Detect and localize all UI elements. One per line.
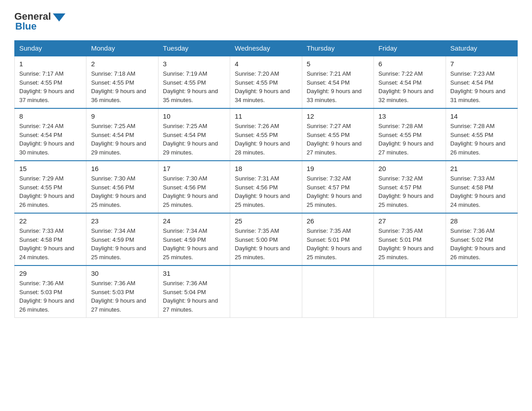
day-number: 27	[378, 217, 441, 225]
calendar-cell: 27Sunrise: 7:35 AMSunset: 5:01 PMDayligh…	[374, 213, 446, 265]
day-number: 14	[450, 112, 513, 120]
day-number: 9	[91, 112, 153, 120]
day-info: Sunrise: 7:28 AMSunset: 4:55 PMDaylight:…	[378, 122, 441, 157]
calendar-cell: 1Sunrise: 7:17 AMSunset: 4:55 PMDaylight…	[15, 56, 86, 108]
calendar-cell: 21Sunrise: 7:33 AMSunset: 4:58 PMDayligh…	[446, 161, 517, 213]
day-info: Sunrise: 7:34 AMSunset: 4:59 PMDaylight:…	[163, 227, 225, 261]
calendar-cell	[446, 265, 517, 318]
day-number: 15	[19, 165, 82, 172]
day-info: Sunrise: 7:25 AMSunset: 4:54 PMDaylight:…	[163, 122, 225, 157]
day-number: 19	[307, 165, 369, 172]
calendar-cell: 5Sunrise: 7:21 AMSunset: 4:54 PMDaylight…	[302, 56, 373, 108]
calendar-cell: 10Sunrise: 7:25 AMSunset: 4:54 PMDayligh…	[158, 108, 230, 161]
day-info: Sunrise: 7:21 AMSunset: 4:54 PMDaylight:…	[307, 69, 369, 104]
calendar-cell: 2Sunrise: 7:18 AMSunset: 4:55 PMDaylight…	[86, 56, 158, 108]
day-number: 3	[163, 60, 225, 68]
calendar-header-wednesday: Wednesday	[230, 41, 302, 56]
day-info: Sunrise: 7:30 AMSunset: 4:56 PMDaylight:…	[163, 174, 225, 209]
day-info: Sunrise: 7:22 AMSunset: 4:54 PMDaylight:…	[378, 69, 441, 104]
day-info: Sunrise: 7:25 AMSunset: 4:54 PMDaylight:…	[91, 122, 153, 157]
calendar-cell: 3Sunrise: 7:19 AMSunset: 4:55 PMDaylight…	[158, 56, 230, 108]
calendar-cell: 20Sunrise: 7:32 AMSunset: 4:57 PMDayligh…	[374, 161, 446, 213]
calendar-cell: 8Sunrise: 7:24 AMSunset: 4:54 PMDaylight…	[15, 108, 86, 161]
logo-blue-text: Blue	[15, 21, 37, 32]
calendar-header-friday: Friday	[374, 41, 446, 56]
calendar-header-sunday: Sunday	[15, 41, 86, 56]
page-header: General Blue	[14, 11, 518, 32]
day-info: Sunrise: 7:34 AMSunset: 4:59 PMDaylight:…	[91, 227, 153, 261]
day-number: 26	[307, 217, 369, 225]
calendar-cell: 7Sunrise: 7:23 AMSunset: 4:54 PMDaylight…	[446, 56, 517, 108]
calendar-cell: 17Sunrise: 7:30 AMSunset: 4:56 PMDayligh…	[158, 161, 230, 213]
calendar-week-row: 8Sunrise: 7:24 AMSunset: 4:54 PMDaylight…	[15, 108, 518, 161]
day-number: 5	[307, 60, 369, 68]
day-info: Sunrise: 7:18 AMSunset: 4:55 PMDaylight:…	[91, 69, 153, 104]
calendar-week-row: 29Sunrise: 7:36 AMSunset: 5:03 PMDayligh…	[15, 265, 518, 318]
calendar-cell: 13Sunrise: 7:28 AMSunset: 4:55 PMDayligh…	[374, 108, 446, 161]
calendar-header-thursday: Thursday	[302, 41, 373, 56]
day-number: 13	[378, 112, 441, 120]
calendar-cell: 9Sunrise: 7:25 AMSunset: 4:54 PMDaylight…	[86, 108, 158, 161]
day-number: 18	[235, 165, 297, 172]
day-number: 1	[19, 60, 82, 68]
calendar-cell: 14Sunrise: 7:28 AMSunset: 4:55 PMDayligh…	[446, 108, 517, 161]
day-number: 20	[378, 165, 441, 172]
calendar-week-row: 1Sunrise: 7:17 AMSunset: 4:55 PMDaylight…	[15, 56, 518, 108]
day-number: 4	[235, 60, 297, 68]
calendar-cell: 23Sunrise: 7:34 AMSunset: 4:59 PMDayligh…	[86, 213, 158, 265]
calendar-cell: 6Sunrise: 7:22 AMSunset: 4:54 PMDaylight…	[374, 56, 446, 108]
day-number: 7	[450, 60, 513, 68]
calendar-cell: 29Sunrise: 7:36 AMSunset: 5:03 PMDayligh…	[15, 265, 86, 318]
logo: General Blue	[14, 11, 65, 32]
day-number: 8	[19, 112, 82, 120]
calendar-header-saturday: Saturday	[446, 41, 517, 56]
day-info: Sunrise: 7:29 AMSunset: 4:55 PMDaylight:…	[19, 174, 82, 209]
calendar-week-row: 22Sunrise: 7:33 AMSunset: 4:58 PMDayligh…	[15, 213, 518, 265]
calendar-cell	[230, 265, 302, 318]
day-info: Sunrise: 7:17 AMSunset: 4:55 PMDaylight:…	[19, 69, 82, 104]
day-info: Sunrise: 7:35 AMSunset: 5:00 PMDaylight:…	[235, 227, 297, 261]
day-info: Sunrise: 7:32 AMSunset: 4:57 PMDaylight:…	[378, 174, 441, 209]
day-info: Sunrise: 7:33 AMSunset: 4:58 PMDaylight:…	[19, 227, 82, 261]
day-number: 24	[163, 217, 225, 225]
day-number: 10	[163, 112, 225, 120]
day-number: 31	[163, 270, 225, 277]
day-info: Sunrise: 7:24 AMSunset: 4:54 PMDaylight:…	[19, 122, 82, 157]
calendar-header-tuesday: Tuesday	[158, 41, 230, 56]
day-number: 6	[378, 60, 441, 68]
calendar-cell	[302, 265, 373, 318]
calendar-cell: 28Sunrise: 7:36 AMSunset: 5:02 PMDayligh…	[446, 213, 517, 265]
calendar-cell: 30Sunrise: 7:36 AMSunset: 5:03 PMDayligh…	[86, 265, 158, 318]
day-number: 22	[19, 217, 82, 225]
calendar-header-row: SundayMondayTuesdayWednesdayThursdayFrid…	[15, 41, 518, 56]
day-number: 30	[91, 270, 153, 277]
calendar-cell: 19Sunrise: 7:32 AMSunset: 4:57 PMDayligh…	[302, 161, 373, 213]
day-info: Sunrise: 7:30 AMSunset: 4:56 PMDaylight:…	[91, 174, 153, 209]
calendar-cell: 18Sunrise: 7:31 AMSunset: 4:56 PMDayligh…	[230, 161, 302, 213]
calendar-cell: 31Sunrise: 7:36 AMSunset: 5:04 PMDayligh…	[158, 265, 230, 318]
logo-arrow-icon	[53, 13, 65, 21]
calendar-table: SundayMondayTuesdayWednesdayThursdayFrid…	[14, 40, 518, 318]
day-number: 21	[450, 165, 513, 172]
day-number: 11	[235, 112, 297, 120]
day-info: Sunrise: 7:35 AMSunset: 5:01 PMDaylight:…	[378, 227, 441, 261]
day-number: 17	[163, 165, 225, 172]
day-info: Sunrise: 7:36 AMSunset: 5:04 PMDaylight:…	[163, 279, 225, 314]
calendar-cell: 4Sunrise: 7:20 AMSunset: 4:55 PMDaylight…	[230, 56, 302, 108]
day-info: Sunrise: 7:36 AMSunset: 5:02 PMDaylight:…	[450, 227, 513, 261]
day-number: 28	[450, 217, 513, 225]
calendar-cell: 15Sunrise: 7:29 AMSunset: 4:55 PMDayligh…	[15, 161, 86, 213]
calendar-header-monday: Monday	[86, 41, 158, 56]
day-info: Sunrise: 7:33 AMSunset: 4:58 PMDaylight:…	[450, 174, 513, 209]
calendar-cell: 25Sunrise: 7:35 AMSunset: 5:00 PMDayligh…	[230, 213, 302, 265]
day-info: Sunrise: 7:19 AMSunset: 4:55 PMDaylight:…	[163, 69, 225, 104]
day-number: 25	[235, 217, 297, 225]
day-info: Sunrise: 7:36 AMSunset: 5:03 PMDaylight:…	[91, 279, 153, 314]
day-number: 16	[91, 165, 153, 172]
calendar-week-row: 15Sunrise: 7:29 AMSunset: 4:55 PMDayligh…	[15, 161, 518, 213]
day-info: Sunrise: 7:32 AMSunset: 4:57 PMDaylight:…	[307, 174, 369, 209]
calendar-cell: 24Sunrise: 7:34 AMSunset: 4:59 PMDayligh…	[158, 213, 230, 265]
calendar-cell: 26Sunrise: 7:35 AMSunset: 5:01 PMDayligh…	[302, 213, 373, 265]
day-info: Sunrise: 7:31 AMSunset: 4:56 PMDaylight:…	[235, 174, 297, 209]
day-info: Sunrise: 7:26 AMSunset: 4:55 PMDaylight:…	[235, 122, 297, 157]
